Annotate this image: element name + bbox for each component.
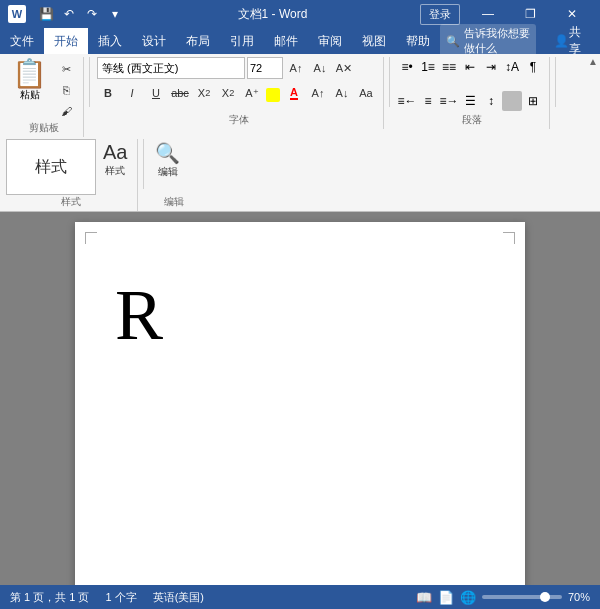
ribbon: 📋 粘贴 ✂ ⎘ 🖌 剪贴板 A↑ A — [0, 54, 600, 212]
status-bar: 第 1 页，共 1 页 1 个字 英语(美国) 📖 📄 🌐 70% — [0, 585, 600, 609]
font-name-input[interactable] — [97, 57, 245, 79]
edit-find-button[interactable]: 🔍 编辑 — [151, 139, 184, 181]
web-layout-button[interactable]: 🌐 — [460, 590, 476, 605]
highlight-button[interactable]: ▓ — [266, 88, 280, 102]
shading-button[interactable] — [502, 91, 522, 111]
undo-button[interactable]: ↶ — [59, 4, 79, 24]
decrease-font-button[interactable]: A↓ — [309, 57, 331, 79]
subscript-button[interactable]: X2 — [193, 82, 215, 104]
find-icon: 🔍 — [155, 141, 180, 165]
title-bar-left: W 💾 ↶ ↷ ▾ — [8, 4, 125, 24]
zoom-level: 70% — [568, 591, 590, 603]
styles-gallery[interactable]: 样式 — [6, 139, 96, 195]
change-case-button[interactable]: Aa — [355, 82, 377, 104]
menu-layout[interactable]: 布局 — [176, 28, 220, 54]
zoom-thumb — [540, 592, 550, 602]
strikethrough-button[interactable]: abc — [169, 82, 191, 104]
styles-icon: Aa — [103, 141, 127, 164]
share-button[interactable]: 👤 共享 — [544, 24, 592, 58]
show-formatting-button[interactable]: ¶ — [523, 57, 543, 77]
corner-tr — [503, 232, 515, 244]
paste-icon: 📋 — [12, 60, 47, 88]
search-icon: 🔍 — [446, 35, 460, 48]
font-size-alt-down[interactable]: A↓ — [331, 82, 353, 104]
para-row-1: ≡• 1≡ ≡≡ ⇤ ⇥ ↕A ¶ — [397, 57, 543, 91]
document-title: 文档1 - Word — [125, 6, 420, 23]
multilevel-list-button[interactable]: ≡≡ — [439, 57, 459, 77]
edit-group: 🔍 编辑 编辑 — [149, 139, 199, 211]
ribbon-collapse-button[interactable]: ▲ — [588, 56, 598, 67]
menu-view[interactable]: 视图 — [352, 28, 396, 54]
login-button[interactable]: 登录 — [420, 4, 460, 25]
align-left-button[interactable]: ≡← — [397, 91, 417, 111]
borders-button[interactable]: ⊞ — [523, 91, 543, 111]
copy-button[interactable]: ⎘ — [55, 80, 77, 100]
paragraph-label: 段落 — [395, 113, 549, 127]
tell-me-searchbox[interactable]: 🔍 告诉我你想要做什么 — [440, 24, 536, 58]
numbering-button[interactable]: 1≡ — [418, 57, 438, 77]
superscript-button[interactable]: X2 — [217, 82, 239, 104]
edit-label: 编辑 — [149, 195, 199, 209]
print-layout-button[interactable]: 📄 — [438, 590, 454, 605]
language: 英语(美国) — [153, 590, 204, 605]
font-row-1: A↑ A↓ A✕ — [97, 57, 355, 79]
word-icon: W — [8, 5, 26, 23]
align-center-button[interactable]: ≡ — [418, 91, 438, 111]
sep1 — [89, 57, 90, 107]
menu-file[interactable]: 文件 — [0, 28, 44, 54]
save-button[interactable]: 💾 — [36, 4, 56, 24]
decrease-indent-button[interactable]: ⇤ — [460, 57, 480, 77]
format-painter-button[interactable]: 🖌 — [55, 101, 77, 121]
styles-pane-button[interactable]: Aa 样式 — [99, 139, 131, 180]
clipboard-label: 剪贴板 — [4, 121, 83, 135]
menu-home[interactable]: 开始 — [44, 28, 88, 54]
font-row-2: B I U abc X2 X2 A⁺ ▓ A A↑ A↓ — [97, 82, 377, 104]
zoom-slider[interactable] — [482, 595, 562, 599]
clear-format-button[interactable]: A✕ — [333, 57, 355, 79]
bold-button[interactable]: B — [97, 82, 119, 104]
paste-button[interactable]: 📋 粘贴 — [6, 57, 53, 105]
font-color-button[interactable]: A — [283, 82, 305, 104]
cut-button[interactable]: ✂ — [55, 59, 77, 79]
sort-button[interactable]: ↕A — [502, 57, 522, 77]
font-group: A↑ A↓ A✕ B I U abc X2 X2 A⁺ ▓ — [95, 57, 384, 129]
italic-button[interactable]: I — [121, 82, 143, 104]
font-label: 字体 — [95, 113, 383, 127]
menu-review[interactable]: 审阅 — [308, 28, 352, 54]
document-page[interactable]: R — [75, 222, 525, 585]
increase-indent-button[interactable]: ⇥ — [481, 57, 501, 77]
underline-button[interactable]: U — [145, 82, 167, 104]
person-icon: 👤 — [554, 34, 569, 48]
bullets-button[interactable]: ≡• — [397, 57, 417, 77]
font-size-input[interactable] — [247, 57, 283, 79]
menu-mailings[interactable]: 邮件 — [264, 28, 308, 54]
document-content[interactable]: R — [115, 272, 485, 358]
clipboard-group: 📋 粘贴 ✂ ⎘ 🖌 剪贴板 — [4, 57, 84, 137]
menu-help[interactable]: 帮助 — [396, 28, 440, 54]
status-right: 📖 📄 🌐 70% — [416, 590, 590, 605]
menu-design[interactable]: 设计 — [132, 28, 176, 54]
increase-font-button[interactable]: A↑ — [285, 57, 307, 79]
paragraph-group: ≡• 1≡ ≡≡ ⇤ ⇥ ↕A ¶ ≡← ≡ ≡→ ☰ ↕ ⊞ 段落 — [395, 57, 550, 129]
redo-button[interactable]: ↷ — [82, 4, 102, 24]
page-info: 第 1 页，共 1 页 — [10, 590, 89, 605]
app-wrapper: W 💾 ↶ ↷ ▾ 文档1 - Word 登录 — ❐ ✕ 文件 开始 插入 设… — [0, 0, 600, 609]
styles-group: 样式 Aa 样式 样式 — [4, 139, 138, 211]
sep2 — [389, 57, 390, 107]
font-size-alt-up[interactable]: A↑ — [307, 82, 329, 104]
align-right-button[interactable]: ≡→ — [439, 91, 459, 111]
sep4 — [143, 139, 144, 189]
sep3 — [555, 57, 556, 107]
read-mode-button[interactable]: 📖 — [416, 590, 432, 605]
clipboard-right: ✂ ⎘ 🖌 — [55, 57, 77, 121]
customize-quick-access-button[interactable]: ▾ — [105, 4, 125, 24]
menu-insert[interactable]: 插入 — [88, 28, 132, 54]
justify-button[interactable]: ☰ — [460, 91, 480, 111]
text-effects-button[interactable]: A⁺ — [241, 82, 263, 104]
edit-btns: 🔍 编辑 — [151, 139, 184, 195]
menu-references[interactable]: 引用 — [220, 28, 264, 54]
line-spacing-button[interactable]: ↕ — [481, 91, 501, 111]
quick-access: 💾 ↶ ↷ ▾ — [36, 4, 125, 24]
styles-label: 样式 — [4, 195, 137, 209]
document-area[interactable]: R — [0, 212, 600, 585]
